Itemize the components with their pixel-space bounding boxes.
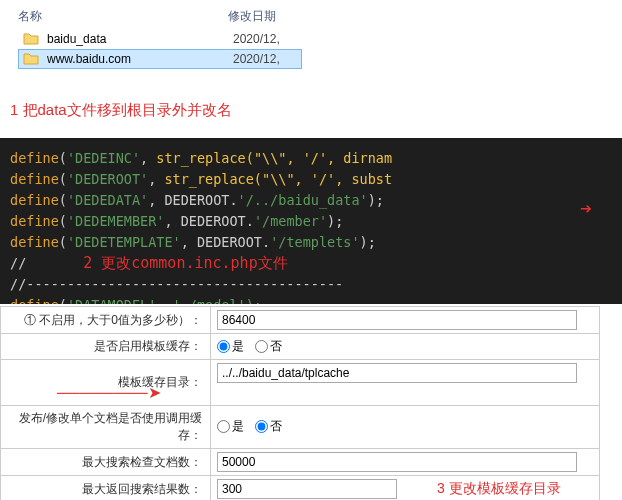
tpl-cache-yes-radio[interactable] [217,340,230,353]
col-name: 名称 [18,8,228,25]
file-name: www.baidu.com [47,52,233,66]
table-row: 模板缓存目录： ────────➤ [1,360,600,406]
settings-table: ① 不启用，大于0值为多少秒）： 是否启用模板缓存： 是 否 模板缓存目录： ─… [0,306,600,500]
max-results-input[interactable] [217,479,397,499]
annotation-3: 3 更改模板缓存目录 [437,480,561,498]
arrow-icon: ➔ [580,198,592,219]
folder-icon [23,51,39,67]
tpl-cache-dir-input[interactable] [217,363,577,383]
table-row: 最大搜索检查文档数： [1,449,600,476]
arrow-icon: ────────➤ [57,384,161,401]
keyword: define [10,150,59,166]
folder-icon [23,31,39,47]
setting-label: 发布/修改单个文档是否使用调用缓存： [1,406,211,449]
file-date: 2020/12, [233,52,280,66]
table-row: 发布/修改单个文档是否使用调用缓存： 是 否 [1,406,600,449]
file-explorer: 名称 修改日期 baidu_data 2020/12, www.baidu.co… [0,0,622,71]
file-header: 名称 修改日期 [18,6,622,29]
table-row: 是否启用模板缓存： 是 否 [1,334,600,360]
table-row: 最大返回搜索结果数： 3 更改模板缓存目录 [1,476,600,501]
table-row: ① 不启用，大于0值为多少秒）： [1,307,600,334]
col-date: 修改日期 [228,8,308,25]
max-search-docs-input[interactable] [217,452,577,472]
setting-label: 是否启用模板缓存： [1,334,211,360]
tpl-cache-no-radio[interactable] [255,340,268,353]
code-editor: define('DEDEINC', str_replace("\\", '/',… [0,138,622,304]
annotation-2: 2 更改common.inc.php文件 [83,254,288,272]
doc-cache-yes-radio[interactable] [217,420,230,433]
doc-cache-no-radio[interactable] [255,420,268,433]
file-name: baidu_data [47,32,233,46]
setting-label: 最大搜索检查文档数： [1,449,211,476]
settings-panel: ① 不启用，大于0值为多少秒）： 是否启用模板缓存： 是 否 模板缓存目录： ─… [0,304,622,500]
setting-label: ① 不启用，大于0值为多少秒）： [1,307,211,334]
cache-seconds-input[interactable] [217,310,577,330]
file-date: 2020/12, [233,32,280,46]
annotation-1: 1 把data文件移到根目录外并改名 [0,71,622,138]
file-row[interactable]: www.baidu.com 2020/12, [18,49,302,69]
setting-label: 最大返回搜索结果数： [1,476,211,501]
file-row[interactable]: baidu_data 2020/12, [18,29,622,49]
